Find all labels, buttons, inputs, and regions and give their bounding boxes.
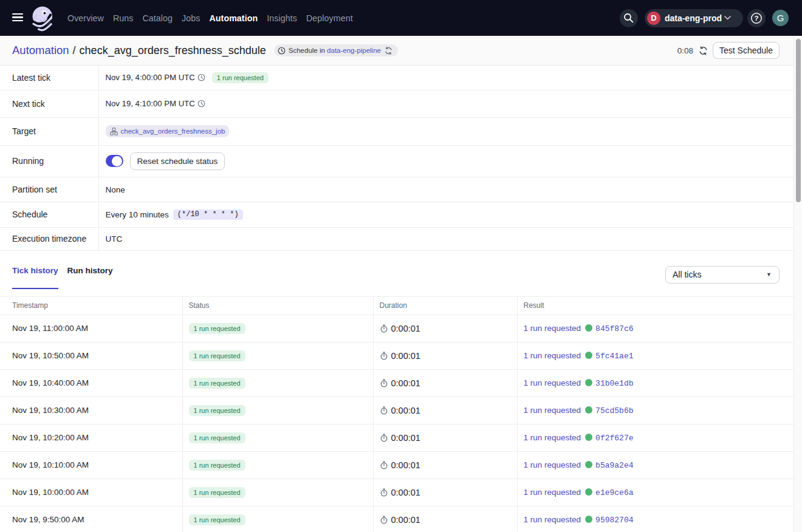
svg-text:?: ? xyxy=(754,15,758,22)
